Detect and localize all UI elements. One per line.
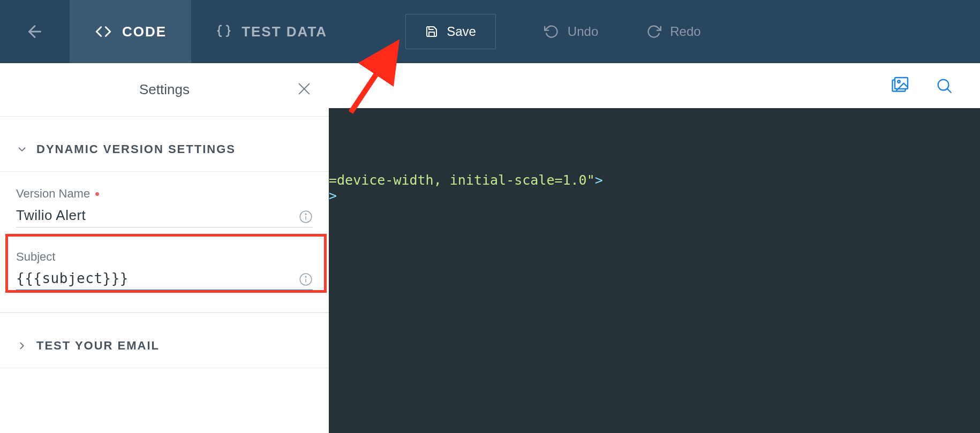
svg-point-13 — [305, 276, 306, 277]
tab-code-label: CODE — [122, 24, 167, 40]
settings-header: Settings — [0, 63, 329, 117]
code-editor-main[interactable]: =device-width, initial-scale=1.0"> > — [329, 108, 685, 433]
braces-icon — [216, 24, 232, 40]
info-icon[interactable] — [299, 210, 313, 224]
version-name-input[interactable] — [16, 204, 292, 224]
arrow-left-icon — [25, 22, 44, 41]
code-editor-minimap[interactable] — [685, 108, 980, 433]
section-test-label: TEST YOUR EMAIL — [36, 339, 160, 353]
tab-test-data-label: TEST DATA — [242, 24, 327, 40]
version-name-field: Version Name — [16, 187, 313, 227]
search-button[interactable] — [935, 77, 953, 95]
section-dynamic-version-settings[interactable]: DYNAMIC VERSION SETTINGS — [0, 117, 329, 172]
info-icon[interactable] — [299, 272, 313, 286]
subject-label: Subject — [16, 250, 313, 264]
svg-line-5 — [947, 89, 951, 93]
top-toolbar: CODE TEST DATA Save Undo Redo — [0, 0, 980, 63]
search-icon — [935, 77, 953, 95]
subject-input[interactable] — [16, 267, 292, 286]
redo-button[interactable]: Redo — [646, 24, 700, 39]
close-button[interactable] — [296, 80, 313, 97]
save-button[interactable]: Save — [405, 14, 496, 49]
tab-code[interactable]: CODE — [70, 0, 191, 63]
undo-button[interactable]: Undo — [544, 24, 598, 39]
settings-panel: Settings DYNAMIC VERSION SETTINGS Versio… — [0, 63, 329, 433]
settings-title: Settings — [139, 81, 190, 98]
close-icon — [296, 80, 313, 97]
code-editor[interactable]: =device-width, initial-scale=1.0"> > — [329, 108, 980, 433]
svg-rect-2 — [895, 78, 908, 89]
version-name-label-text: Version Name — [16, 187, 90, 201]
version-name-label: Version Name — [16, 187, 313, 201]
required-dot-icon — [95, 192, 99, 196]
chevron-right-icon — [16, 340, 28, 352]
save-icon — [425, 25, 438, 38]
code-icon — [94, 22, 112, 41]
tab-test-data[interactable]: TEST DATA — [191, 0, 352, 63]
code-text: =device-width, initial-scale=1.0" — [329, 172, 595, 188]
settings-fields: Version Name Subject — [0, 172, 329, 313]
code-text: > — [329, 188, 337, 203]
image-icon — [890, 76, 909, 95]
undo-label: Undo — [568, 24, 598, 39]
redo-label: Redo — [670, 24, 700, 39]
section-dynamic-label: DYNAMIC VERSION SETTINGS — [36, 142, 236, 156]
editor-subbar — [329, 63, 980, 108]
subject-field: Subject — [16, 250, 313, 291]
section-test-your-email[interactable]: TEST YOUR EMAIL — [0, 313, 329, 368]
save-label: Save — [447, 24, 476, 39]
code-text: > — [595, 172, 603, 188]
undo-icon — [544, 24, 559, 39]
back-button[interactable] — [0, 0, 70, 63]
svg-point-10 — [305, 214, 306, 215]
redo-icon — [646, 24, 661, 39]
images-button[interactable] — [890, 76, 909, 95]
chevron-down-icon — [16, 143, 28, 155]
